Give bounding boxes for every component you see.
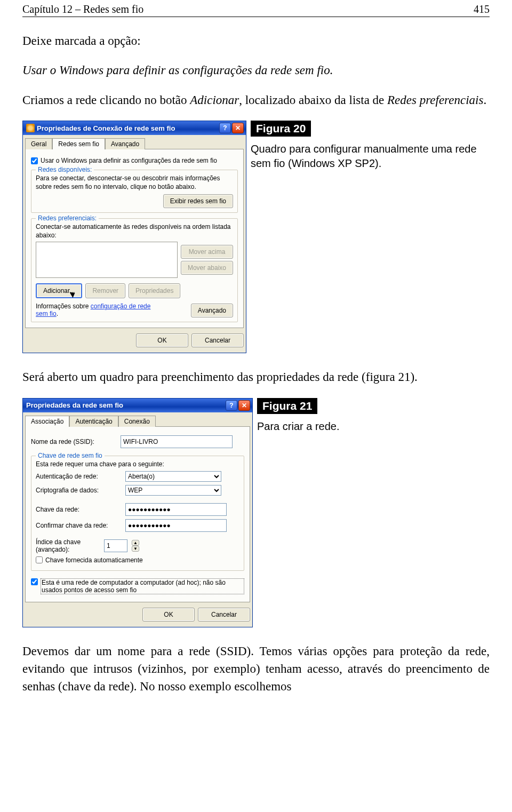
window-title: Propriedades de Conexão de rede sem fio: [37, 124, 175, 132]
key-index-label: Índice da chave (avançado):: [36, 538, 100, 553]
auto-key-checkbox-input[interactable]: [36, 556, 43, 563]
running-head: Capítulo 12 – Redes sem fio 415: [22, 0, 490, 17]
ok-button-2[interactable]: OK: [142, 608, 195, 622]
tab-redes-sem-fio[interactable]: Redes sem fio: [52, 138, 105, 149]
remove-button[interactable]: Remover: [85, 283, 125, 298]
para-2: Usar o Windows para definir as configura…: [22, 61, 490, 79]
close-icon[interactable]: ✕: [238, 400, 250, 411]
para-1: Deixe marcada a opção:: [22, 32, 490, 50]
auth-select[interactable]: Aberta(o): [125, 471, 221, 482]
key-confirm-input[interactable]: [125, 519, 227, 532]
app-icon: [26, 124, 35, 132]
key-input[interactable]: [125, 503, 227, 516]
chapter-title: Capítulo 12 – Redes sem fio: [22, 3, 143, 15]
crypt-label: Criptografia de dados:: [36, 487, 121, 494]
fig20-caption: Quadro para configurar manualmente uma r…: [251, 142, 490, 171]
group-key: Chave de rede sem fio: [36, 452, 105, 459]
move-up-button[interactable]: Mover acima: [181, 245, 233, 259]
available-desc: Para se conectar, desconectar-se ou desc…: [36, 174, 233, 191]
cancel-button[interactable]: Cancelar: [191, 333, 244, 347]
titlebar-2[interactable]: Propriedades da rede sem fio ? ✕: [23, 399, 252, 412]
advanced-button[interactable]: Avançado: [191, 304, 233, 317]
xp-window-properties: Propriedades de Conexão de rede sem fio …: [22, 121, 246, 353]
add-button[interactable]: Adicionar...: [36, 283, 82, 298]
para-5: Devemos dar um nome para a rede (SSID). …: [22, 642, 490, 696]
req-text: Esta rede requer uma chave para o seguin…: [36, 460, 239, 468]
preferred-list[interactable]: [36, 242, 178, 278]
use-windows-checkbox[interactable]: Usar o Windows para definir as configura…: [31, 157, 238, 164]
tab-autenticacao[interactable]: Autenticação: [69, 416, 118, 427]
para-3: Criamos a rede clicando no botão Adicion…: [22, 91, 490, 109]
ok-button[interactable]: OK: [136, 333, 188, 347]
help-icon[interactable]: ?: [219, 123, 231, 133]
stepper-down[interactable]: ▼: [132, 546, 139, 552]
crypt-select[interactable]: WEP: [125, 485, 221, 496]
titlebar[interactable]: Propriedades de Conexão de rede sem fio …: [23, 121, 246, 135]
use-windows-checkbox-input[interactable]: [31, 157, 38, 164]
tab-associacao[interactable]: Associação: [25, 416, 69, 427]
page-number: 415: [474, 3, 490, 15]
key-index-input[interactable]: [104, 539, 127, 552]
fig21-caption: Para criar a rede.: [257, 419, 490, 434]
close-icon[interactable]: ✕: [232, 123, 244, 133]
ssid-input[interactable]: [121, 435, 233, 448]
tab-geral[interactable]: Geral: [25, 138, 52, 149]
adhoc-checkbox-input[interactable]: [31, 578, 38, 585]
group-available: Redes disponíveis:: [36, 166, 94, 173]
tab-conexao[interactable]: Conexão: [118, 416, 156, 427]
config-info: Informações sobre configuração de rede s…: [36, 302, 158, 317]
properties-button[interactable]: Propriedades: [129, 283, 180, 298]
adhoc-checkbox[interactable]: Esta é uma rede de computador a computad…: [31, 578, 244, 594]
cancel-button-2[interactable]: Cancelar: [198, 608, 250, 622]
ssid-label: Nome da rede (SSID):: [31, 438, 116, 445]
group-preferred: Redes preferenciais:: [36, 214, 99, 222]
tab-avancado[interactable]: Avançado: [105, 138, 145, 149]
para-4: Será aberto um quadro para preenchimento…: [22, 368, 490, 386]
auth-label: Autenticação de rede:: [36, 473, 121, 480]
fig20-label: Figura 20: [251, 121, 311, 137]
auto-key-checkbox[interactable]: Chave fornecida automaticamente: [36, 556, 239, 564]
preferred-desc: Conectar-se automaticamente às redes dis…: [36, 223, 233, 240]
move-down-button[interactable]: Mover abaixo: [181, 261, 233, 275]
key-confirm-label: Confirmar chave da rede:: [36, 522, 121, 529]
key-label: Chave da rede:: [36, 506, 121, 513]
help-icon[interactable]: ?: [226, 400, 237, 411]
window-title-2: Propriedades da rede sem fio: [26, 401, 123, 409]
xp-window-wifi-props: Propriedades da rede sem fio ? ✕ Associa…: [22, 398, 253, 627]
show-networks-button[interactable]: Exibir redes sem fio: [163, 194, 233, 208]
fig21-label: Figura 21: [257, 398, 317, 414]
stepper-up[interactable]: ▲: [132, 540, 139, 546]
